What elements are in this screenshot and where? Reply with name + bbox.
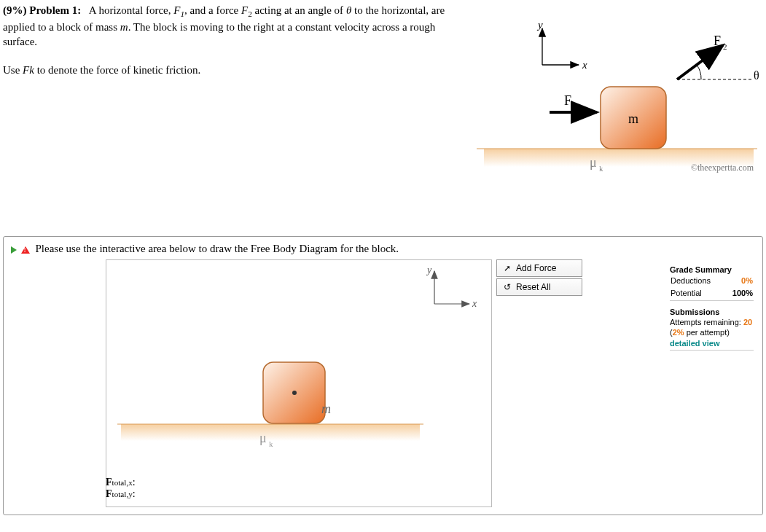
svg-point-20 (292, 391, 297, 395)
svg-text:μ: μ (259, 431, 267, 445)
svg-text:x: x (582, 59, 587, 71)
svg-text:y: y (426, 265, 432, 275)
svg-text:©theexpertta.com: ©theexpertta.com (691, 163, 754, 173)
var-f2: F (241, 4, 248, 16)
colon: : (133, 488, 136, 499)
fbd-canvas[interactable]: m y x μ k (106, 259, 492, 507)
problem-diagram: m y x F 1 F 2 θ μ k ©theexpertta.com (469, 3, 761, 192)
subs-title: Submissions (670, 307, 754, 317)
grade-sidebar: Grade Summary Deductions0% Potential100%… (670, 259, 754, 352)
svg-text:x: x (472, 298, 477, 309)
add-force-label: Add Force (516, 263, 556, 273)
text: to denote the force of kinetic friction. (34, 64, 200, 76)
per-attempt-pct: 2% (673, 328, 684, 337)
fty-f: F (106, 488, 112, 499)
detailed-view-link[interactable]: detailed view (670, 338, 754, 348)
warning-icon (21, 246, 30, 254)
svg-text:1: 1 (573, 102, 577, 111)
attempts-label: Attempts remaining: (670, 318, 743, 326)
fbd-section: Please use the interactive area below to… (3, 236, 763, 515)
svg-text:F: F (564, 93, 571, 108)
var-m: m (120, 21, 128, 33)
svg-text:F: F (714, 34, 721, 48)
svg-text:y: y (536, 19, 543, 31)
potential-value: 100% (724, 287, 754, 299)
svg-text:k: k (599, 164, 603, 173)
svg-text:m: m (628, 112, 638, 126)
ftx-f: F (106, 477, 112, 488)
svg-text:θ: θ (754, 69, 759, 82)
colon: : (133, 477, 136, 488)
expand-icon[interactable] (11, 246, 17, 254)
reset-icon: ↺ (503, 282, 512, 292)
svg-text:2: 2 (723, 42, 727, 51)
text: , and a force (184, 4, 241, 16)
fty-sub: total,y (112, 490, 133, 498)
deductions-label: Deductions (670, 275, 724, 286)
problem-title: Problem 1: (29, 4, 81, 16)
problem-weight: (9%) (3, 4, 29, 16)
ftotal-readout: Ftotal,x: Ftotal,y: (106, 477, 136, 500)
arrow-icon: ➚ (503, 263, 512, 273)
fbd-prompt: Please use the interactive area below to… (36, 243, 399, 254)
text: acting at an angle of (252, 4, 346, 16)
deductions-value: 0% (724, 275, 754, 286)
text: Use (3, 64, 23, 76)
grade-title: Grade Summary (670, 265, 754, 275)
ftx-sub: total,x (112, 478, 133, 487)
svg-text:m: m (321, 402, 331, 416)
reset-all-label: Reset All (516, 282, 550, 292)
add-force-button[interactable]: ➚ Add Force (496, 259, 582, 277)
text: A horizontal force, (89, 4, 174, 16)
svg-text:k: k (269, 439, 273, 448)
potential-label: Potential (670, 287, 724, 299)
reset-all-button[interactable]: ↺ Reset All (496, 278, 582, 296)
svg-line-10 (677, 45, 723, 79)
var-fk: Fk (23, 64, 34, 76)
problem-statement: (9%) Problem 1: A horizontal force, F1, … (3, 3, 469, 192)
per-attempt-b: per attempt) (684, 328, 730, 337)
attempts-value: 20 (743, 318, 752, 326)
svg-text:μ: μ (590, 155, 597, 170)
